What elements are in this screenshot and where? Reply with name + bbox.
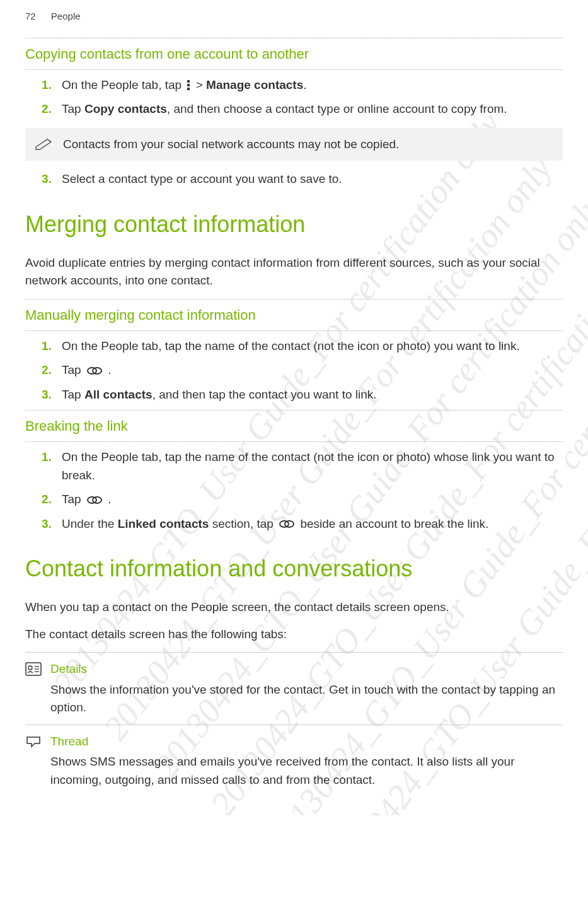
tab-desc-details: Shows the information you've stored for … (50, 681, 563, 717)
step-number: 3. (42, 170, 62, 189)
step-number: 2. (42, 491, 62, 509)
step-item: 3. Tap All contacts, and then tap the co… (42, 386, 563, 404)
link-icon (86, 365, 103, 376)
step-text: Tap Copy contacts, and then choose a con… (62, 100, 563, 119)
svg-rect-2 (187, 88, 190, 90)
tip-box: Contacts from your social network accoun… (25, 128, 563, 161)
tab-title-thread: Thread (50, 733, 563, 751)
step-text: Tap All contacts, and then tap the conta… (62, 386, 563, 404)
subheading-copying-contacts: Copying contacts from one account to ano… (25, 44, 563, 64)
subheading-breaking-link: Breaking the link (25, 416, 563, 436)
thread-tab-icon (25, 733, 43, 789)
step-item: 2. Tap Copy contacts, and then choose a … (42, 100, 563, 119)
step-number: 2. (42, 361, 62, 380)
step-item: 3. Select a contact type or account you … (42, 170, 563, 189)
step-text: Tap . (62, 361, 563, 380)
paragraph: Avoid duplicate entries by merging conta… (25, 254, 563, 290)
link-icon (278, 518, 296, 530)
svg-rect-0 (187, 80, 190, 83)
divider (25, 299, 563, 300)
tab-details-row: Details Shows the information you've sto… (25, 652, 563, 725)
step-item: 1. On the People tab, tap > Manage conta… (42, 76, 563, 95)
paragraph: The contact details screen has the follo… (25, 626, 563, 644)
step-item: 1. On the People tab, tap the name of th… (42, 448, 563, 484)
step-text: On the People tab, tap the name of the c… (62, 337, 563, 356)
step-number: 1. (42, 448, 62, 484)
step-text: On the People tab, tap > Manage contacts… (62, 76, 563, 95)
step-number: 3. (42, 386, 62, 404)
step-text: Select a contact type or account you wan… (62, 170, 563, 189)
more-icon (186, 79, 191, 91)
heading-merging: Merging contact information (25, 207, 563, 242)
tab-content: Details Shows the information you've sto… (50, 660, 563, 717)
divider (25, 441, 563, 442)
tab-title-details: Details (50, 660, 563, 679)
step-item: 2. Tap . (42, 361, 563, 380)
step-number: 1. (42, 337, 62, 356)
divider (25, 38, 563, 38)
step-text: Under the Linked contacts section, tap b… (62, 515, 563, 533)
step-number: 1. (42, 76, 62, 95)
svg-rect-1 (187, 84, 190, 86)
heading-contact-info: Contact information and conversations (25, 552, 563, 586)
subheading-manually-merging: Manually merging contact information (25, 305, 563, 325)
tab-thread-row: Thread Shows SMS messages and emails you… (25, 725, 563, 797)
step-number: 2. (42, 100, 62, 119)
svg-point-11 (28, 666, 32, 670)
step-item: 1. On the People tab, tap the name of th… (42, 337, 563, 356)
tip-text: Contacts from your social network accoun… (63, 136, 399, 154)
step-item: 3. Under the Linked contacts section, ta… (42, 515, 563, 533)
step-number: 3. (42, 515, 62, 533)
link-icon (86, 494, 103, 506)
details-tab-icon (25, 660, 43, 717)
svg-line-3 (47, 139, 51, 142)
section-name: People (51, 11, 81, 21)
tab-desc-thread: Shows SMS messages and emails you've rec… (50, 753, 563, 789)
divider (25, 330, 563, 331)
tab-content: Thread Shows SMS messages and emails you… (50, 733, 563, 789)
paragraph: When you tap a contact on the People scr… (25, 598, 563, 617)
pencil-icon (35, 138, 54, 151)
divider (25, 410, 563, 411)
page-number: 72 (25, 11, 36, 21)
step-text: Tap . (62, 491, 563, 509)
step-text: On the People tab, tap the name of the c… (62, 448, 563, 484)
divider (25, 69, 563, 70)
step-item: 2. Tap . (42, 491, 563, 509)
page-header: 72 People (25, 9, 563, 24)
